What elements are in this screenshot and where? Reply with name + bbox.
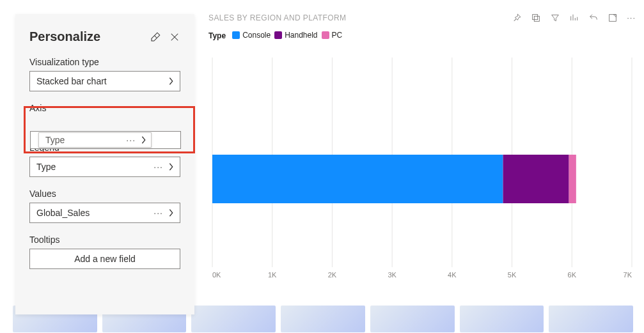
legend-item[interactable]: Handheld (274, 31, 317, 40)
x-axis-tick-label: 3K (388, 271, 397, 279)
panel-title: Personalize (29, 29, 100, 44)
chart-title: SALES BY REGION AND PLATFORM (208, 13, 346, 22)
axis-section: Axis (29, 103, 180, 113)
legend-item-label: PC (332, 31, 343, 40)
visualization-type-section: Visualization type Stacked bar chart (29, 57, 180, 91)
add-tooltips-button[interactable]: Add a new field (29, 249, 180, 269)
axis-drag-chip[interactable]: Type ··· (38, 132, 152, 148)
close-icon[interactable] (169, 31, 180, 43)
legend-swatch (322, 31, 329, 39)
svg-rect-2 (609, 15, 617, 22)
legend-swatch (232, 31, 240, 39)
legend-item[interactable]: Console (232, 31, 271, 40)
legend-field-value: Type (36, 162, 56, 172)
tooltips-label: Tooltips (29, 235, 180, 245)
visualization-type-value: Stacked bar chart (36, 76, 107, 86)
axis-label: Axis (29, 103, 180, 113)
x-axis-tick-label: 4K (448, 271, 457, 279)
insights-icon[interactable] (569, 13, 579, 23)
chart-header: SALES BY REGION AND PLATFORM ··· (205, 13, 640, 23)
legend-swatch (274, 31, 282, 39)
panel-actions (150, 31, 180, 43)
visualization-type-select[interactable]: Stacked bar chart (29, 71, 180, 91)
values-field[interactable]: Global_Sales ··· (29, 203, 180, 223)
legend-item[interactable]: PC (322, 31, 343, 40)
bar-segment[interactable] (569, 155, 576, 203)
legend-item-label: Handheld (285, 31, 317, 40)
x-axis-tick-label: 5K (508, 271, 517, 279)
filter-icon[interactable] (550, 13, 560, 23)
bar-segment[interactable] (212, 155, 503, 203)
x-axis-tick-label: 2K (328, 271, 337, 279)
more-icon[interactable]: ··· (126, 135, 136, 145)
more-icon[interactable]: ··· (153, 208, 163, 218)
x-axis-tick-label: 1K (268, 271, 277, 279)
chevron-right-icon (141, 136, 147, 144)
chevron-right-icon (168, 77, 175, 86)
more-options-icon[interactable]: ··· (627, 13, 636, 23)
chart-visual: SALES BY REGION AND PLATFORM ··· Type Co… (205, 13, 640, 307)
chevron-right-icon (168, 208, 175, 217)
legend-field[interactable]: Type ··· (29, 157, 180, 177)
panel-header: Personalize (29, 29, 180, 44)
values-section: Values Global_Sales ··· (29, 189, 180, 223)
legend-item-label: Console (242, 31, 271, 40)
x-axis-tick-label: 6K (568, 271, 577, 279)
pin-icon[interactable] (512, 13, 522, 23)
personalize-panel: Personalize Visualization type Stacked b… (15, 14, 194, 314)
svg-rect-1 (533, 15, 538, 20)
values-label: Values (29, 189, 180, 199)
chart-plot-area[interactable]: 0K1K2K3K4K5K6K7K (208, 51, 636, 280)
focus-icon[interactable] (608, 13, 618, 23)
tooltips-section: Tooltips Add a new field (29, 235, 180, 269)
eraser-icon[interactable] (150, 31, 161, 43)
legend-title: Type (208, 31, 226, 40)
copy-icon[interactable] (531, 13, 541, 23)
x-axis-tick-label: 0K (212, 271, 221, 279)
chevron-right-icon (168, 162, 175, 171)
more-icon[interactable]: ··· (153, 162, 163, 172)
x-axis-tick-label: 7K (624, 271, 632, 279)
visualization-type-label: Visualization type (29, 57, 180, 67)
add-tooltips-label: Add a new field (74, 254, 136, 264)
visual-toolbar: ··· (512, 13, 636, 23)
bar-segment[interactable] (503, 155, 569, 203)
svg-rect-0 (534, 16, 539, 21)
values-field-value: Global_Sales (36, 208, 90, 218)
axis-drag-chip-label: Type (45, 135, 65, 145)
chart-legend: Type ConsoleHandheldPC (205, 31, 640, 41)
undo-icon[interactable] (588, 13, 599, 23)
